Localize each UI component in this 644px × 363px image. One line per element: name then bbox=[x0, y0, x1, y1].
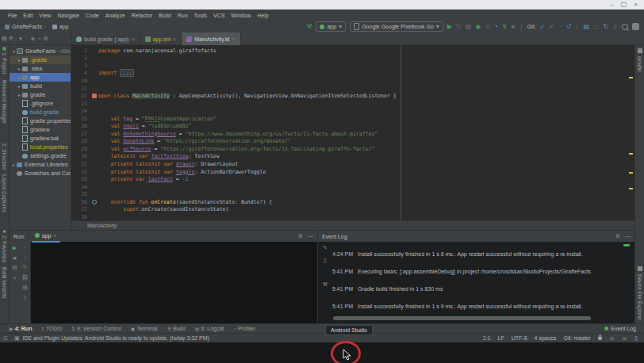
tree-arrow-icon[interactable]: ▸ bbox=[17, 57, 22, 63]
indent-setting[interactable]: 4 spaces bbox=[535, 335, 557, 341]
file-encoding[interactable]: UTF-8 bbox=[512, 335, 527, 341]
tool-strip-tab-device-file-explorer[interactable]: Device File Explorer bbox=[637, 266, 642, 320]
search-everywhere-icon[interactable] bbox=[622, 24, 628, 30]
restart-icon[interactable]: ↻ bbox=[23, 264, 28, 270]
tool-window-button-todo[interactable]: ≡TODO bbox=[41, 326, 62, 331]
git-commit-button[interactable]: ✓ bbox=[549, 24, 554, 30]
tool-window-button-profiler[interactable]: ◔Profiler bbox=[233, 326, 255, 331]
tree-arrow-icon[interactable]: ▸ bbox=[17, 75, 22, 80]
tool-strip-tab--project[interactable]: 1: Project bbox=[2, 47, 7, 74]
horizontal-scrollbar[interactable] bbox=[333, 316, 591, 320]
tool-strip-tab--structure[interactable]: 2: Structure bbox=[2, 143, 7, 170]
git-update-button[interactable]: ↙ bbox=[540, 24, 546, 30]
tree-item[interactable]: ▸.idea bbox=[10, 64, 71, 73]
tool-strip-tab-resource-manager[interactable]: Resource Manager bbox=[2, 80, 7, 124]
run-settings-gear-icon[interactable]: ⚙ bbox=[298, 233, 303, 239]
class-gutter-icon[interactable] bbox=[92, 94, 97, 98]
error-stripe-mark[interactable] bbox=[629, 153, 633, 155]
dropdown-arrow-icon[interactable]: ▾ bbox=[19, 36, 22, 42]
tool-strip-tab--favorites[interactable]: ★2: Favorites bbox=[2, 228, 7, 262]
down-stack-trace-icon[interactable]: ↓ bbox=[24, 254, 27, 260]
stop-process-button[interactable]: ■ bbox=[13, 255, 16, 261]
collapse-all-icon[interactable]: ÷ bbox=[38, 36, 41, 41]
menu-item-help[interactable]: Help bbox=[254, 13, 271, 18]
tree-item[interactable]: ▸gradle bbox=[10, 90, 71, 99]
event-log-minimize-icon[interactable]: — bbox=[625, 233, 631, 239]
menu-item-window[interactable]: Window bbox=[228, 13, 254, 18]
build-hammer-icon[interactable]: ⚒ bbox=[306, 24, 312, 30]
profile-avatar[interactable] bbox=[632, 23, 639, 30]
sdk-manager-icon[interactable]: ⇓ bbox=[612, 24, 618, 30]
tool-window-button-6-logcat[interactable]: ▤6: Logcat bbox=[195, 326, 224, 331]
show-console-icon[interactable]: ▤ bbox=[12, 265, 17, 271]
tree-item[interactable]: gradle.properties bbox=[10, 117, 71, 125]
menu-item-tools[interactable]: Tools bbox=[191, 13, 210, 18]
tool-strip-tab-build-variants[interactable]: Build Variants bbox=[2, 267, 7, 299]
project-view-selector[interactable]: P... bbox=[10, 36, 17, 41]
rerun-button[interactable]: ▶ bbox=[13, 245, 17, 251]
tree-item[interactable]: ▸app bbox=[10, 73, 71, 82]
tool-window-button-build[interactable]: ⚒Build bbox=[167, 326, 186, 331]
event-log-button[interactable]: Event Log bbox=[604, 326, 636, 331]
menu-item-build[interactable]: Build bbox=[155, 13, 174, 18]
code-editor[interactable]: 1package com.naranjaconsal.giraffefacts2… bbox=[71, 45, 634, 220]
tree-item[interactable]: local.properties bbox=[10, 143, 71, 151]
run-button[interactable]: ▶ bbox=[447, 24, 452, 30]
soft-wrap-icon[interactable]: ⊟ bbox=[22, 274, 29, 281]
editor-tab[interactable]: MainActivity.kt× bbox=[182, 32, 240, 45]
status-message[interactable]: IDE and Plugin Updates: Android Studio i… bbox=[23, 335, 209, 341]
run-minimize-icon[interactable]: — bbox=[308, 233, 313, 239]
highlight-level-icon[interactable]: ☺ bbox=[609, 335, 615, 341]
menu-item-navigate[interactable]: Navigate bbox=[54, 13, 82, 18]
tree-item[interactable]: settings.gradle bbox=[10, 151, 71, 160]
tree-item[interactable]: build.gradle bbox=[10, 108, 71, 117]
caret-position[interactable]: 1:1 bbox=[483, 335, 491, 341]
settings-wrench-icon[interactable]: ⚒ bbox=[323, 281, 328, 288]
pin-tab-icon[interactable]: ⌖ bbox=[13, 275, 17, 281]
tree-arrow-icon[interactable]: ▸ bbox=[17, 66, 22, 71]
git-branch[interactable]: Git: master bbox=[564, 335, 591, 341]
run-tab-app[interactable]: app × bbox=[32, 230, 60, 243]
run-config-dropdown[interactable]: app ▾ bbox=[316, 21, 346, 32]
debug-button[interactable]: ◉ bbox=[475, 24, 481, 30]
up-stack-trace-icon[interactable]: ↑ bbox=[24, 245, 27, 250]
edit-icon[interactable]: ✎ bbox=[323, 245, 328, 251]
stop-button[interactable]: ■ bbox=[512, 24, 516, 30]
tree-arrow-icon[interactable]: ▸ bbox=[11, 162, 17, 167]
tree-arrow-icon[interactable]: ▸ bbox=[17, 83, 22, 89]
error-stripe-mark[interactable] bbox=[629, 77, 633, 78]
clear-console-icon[interactable]: ▯ bbox=[24, 295, 27, 301]
menu-item-analyze[interactable]: Analyze bbox=[102, 13, 128, 18]
avd-manager-icon[interactable]: ▭ bbox=[593, 24, 600, 30]
tree-arrow-icon[interactable]: ▾ bbox=[11, 48, 17, 54]
error-stripe-mark[interactable] bbox=[629, 172, 633, 174]
tree-item[interactable]: ▾GiraffeFacts~/StudioProjects/GiraffeFac… bbox=[10, 47, 71, 55]
coverage-icon[interactable]: ▦ bbox=[466, 24, 472, 30]
line-separator[interactable]: LF bbox=[498, 335, 504, 341]
apply-code-changes-icon[interactable]: ↯ bbox=[502, 24, 508, 30]
window-minimize-icon[interactable]: – bbox=[610, 2, 613, 8]
tree-item[interactable]: ▸.gradle bbox=[10, 55, 71, 64]
tab-close-icon[interactable]: × bbox=[131, 36, 134, 42]
editor-tab[interactable]: app.iml× bbox=[140, 32, 182, 45]
window-maximize-icon[interactable]: ▢ bbox=[621, 2, 627, 8]
tool-strip-tab-gradle[interactable]: Gradle bbox=[637, 48, 642, 72]
apply-changes-restart-icon[interactable]: ↻ bbox=[456, 24, 462, 30]
project-tree-panel[interactable]: ▾GiraffeFacts~/StudioProjects/GiraffeFac… bbox=[10, 45, 71, 230]
git-history-button[interactable]: ◔ bbox=[558, 24, 562, 30]
tree-item[interactable]: gradlew bbox=[10, 125, 71, 134]
locate-file-icon[interactable]: ⊗ bbox=[31, 36, 36, 42]
tab-close-icon[interactable]: × bbox=[53, 233, 56, 239]
project-settings-gear-icon[interactable]: ⚙ bbox=[43, 36, 48, 42]
tree-item[interactable]: ▸build bbox=[10, 82, 71, 90]
gradle-sync-icon[interactable]: ↻ bbox=[604, 24, 609, 30]
tool-window-toggle-icon[interactable]: ⊡ bbox=[3, 335, 8, 342]
clear-log-trash-icon[interactable]: ▯ bbox=[324, 258, 327, 264]
tool-window-button-9-version-control[interactable]: ⇅9: Version Control bbox=[71, 326, 121, 331]
editor-tab[interactable]: build.gradle (:app)× bbox=[71, 32, 140, 45]
read-lock-icon[interactable] bbox=[598, 337, 602, 340]
menu-item-edit[interactable]: Edit bbox=[20, 13, 36, 18]
breadcrumb-class[interactable]: MainActivity bbox=[87, 223, 117, 228]
tree-item[interactable]: ▸External Libraries bbox=[10, 160, 71, 169]
menu-item-file[interactable]: File bbox=[5, 13, 20, 18]
